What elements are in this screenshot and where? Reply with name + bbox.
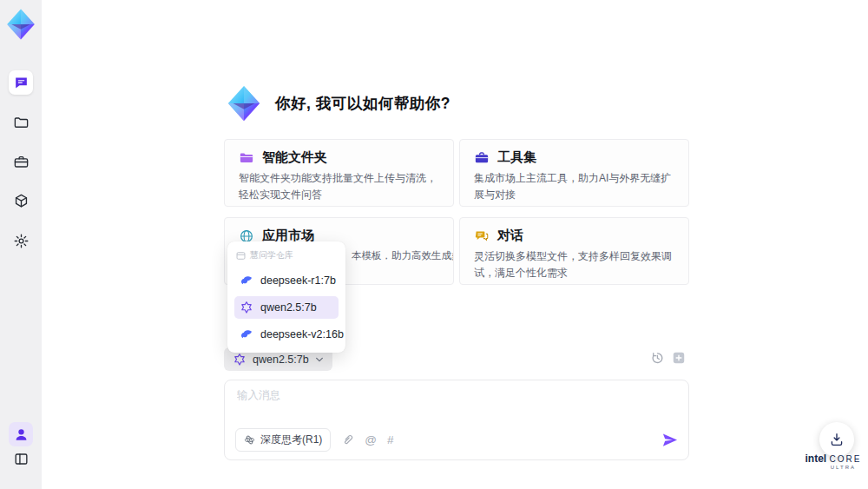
chat-bubble-icon [474, 228, 490, 244]
repository-icon [236, 251, 246, 261]
sidebar-item-settings[interactable] [9, 228, 33, 253]
sidebar-item-account[interactable] [9, 422, 33, 446]
download-icon [829, 432, 845, 447]
history-icon[interactable] [650, 351, 664, 365]
send-icon [661, 432, 678, 448]
hash-icon[interactable]: # [387, 434, 394, 446]
cube-icon [13, 193, 30, 209]
card-description: 灵活切换多模型文件，支持多样回复效果调试，满足个性化需求 [474, 248, 674, 281]
card-description: 智能文件夹功能支持批量文件上传与清洗，轻松实现文件问答 [239, 170, 439, 202]
card-title: 工具集 [497, 149, 536, 166]
deepseek-logo [240, 274, 253, 287]
card-title: 智能文件夹 [262, 149, 327, 166]
greeting: 你好, 我可以如何帮助你? [224, 83, 450, 123]
sidebar-item-collapse[interactable] [9, 446, 33, 471]
qwen-logo [240, 301, 253, 314]
message-input[interactable] [237, 389, 654, 401]
ultra-label: ULTRA [804, 465, 863, 470]
model-option-qwen[interactable]: qwen2.5:7b [234, 296, 339, 319]
greeting-text: 你好, 我可以如何帮助你? [275, 93, 450, 114]
sidebar-item-models[interactable] [9, 188, 33, 213]
model-selector-value: qwen2.5:7b [253, 354, 309, 366]
sidebar-item-folders[interactable] [9, 110, 33, 135]
deep-think-toggle[interactable]: 深度思考(R1) [235, 428, 331, 452]
model-repo-header: 慧问学仓库 [234, 247, 339, 265]
folder-icon [239, 150, 254, 166]
at-icon[interactable]: @ [365, 434, 377, 446]
qwen-logo [233, 353, 247, 367]
atom-icon [244, 434, 255, 446]
sidebar-item-toolset[interactable] [9, 149, 33, 174]
paperclip-icon[interactable] [341, 433, 354, 446]
gear-icon [13, 233, 30, 249]
deep-think-label: 深度思考(R1) [260, 433, 322, 447]
core-wordmark: CORE [830, 454, 862, 464]
card-toolset[interactable]: 工具集 集成市场上主流工具，助力AI与外界无缝扩展与对接 [459, 139, 689, 207]
folder-icon [13, 115, 30, 131]
sidebar-item-chat[interactable] [9, 70, 33, 95]
card-description-fragment: 本模板，助力高效生成多 [352, 248, 439, 264]
composer-toolbar: 深度思考(R1) @ # [235, 428, 678, 452]
message-composer: 深度思考(R1) @ # [224, 380, 689, 460]
briefcase-icon [474, 150, 490, 166]
app-logo-icon [224, 83, 264, 123]
model-option-label: deepseek-v2:16b [260, 328, 344, 340]
model-option-label: qwen2.5:7b [260, 301, 317, 314]
model-option-label: deepseek-r1:7b [260, 274, 336, 287]
card-smart-folder[interactable]: 智能文件夹 智能文件夹功能支持批量文件上传与清洗，轻松实现文件问答 [224, 139, 454, 207]
model-option-deepseek-v2[interactable]: deepseek-v2:16b [234, 323, 339, 346]
intel-wordmark: intel [806, 453, 827, 465]
briefcase-icon [13, 154, 30, 170]
deepseek-logo [240, 327, 253, 341]
chevron-down-icon [315, 355, 324, 364]
model-dropdown: 慧问学仓库 deepseek-r1:7b qwen2.5:7b deepseek… [227, 241, 345, 353]
intel-core-logo: intel CORE ULTRA [804, 453, 863, 470]
card-dialogue[interactable]: 对话 灵活切换多模型文件，支持多样回复效果调试，满足个性化需求 [459, 217, 689, 285]
model-option-deepseek-r1[interactable]: deepseek-r1:7b [234, 269, 339, 292]
model-repo-label: 慧问学仓库 [250, 249, 293, 261]
card-description: 集成市场上主流工具，助力AI与外界无缝扩展与对接 [474, 170, 674, 202]
chat-icon [13, 75, 30, 91]
panel-icon [13, 451, 30, 467]
app-logo-icon [3, 7, 38, 42]
sidebar [0, 0, 42, 489]
user-icon [13, 426, 30, 443]
download-button[interactable] [819, 422, 854, 457]
card-title: 对话 [497, 228, 523, 244]
conversation-actions [650, 351, 686, 365]
new-chat-icon[interactable] [672, 351, 686, 365]
send-button[interactable] [661, 432, 678, 448]
